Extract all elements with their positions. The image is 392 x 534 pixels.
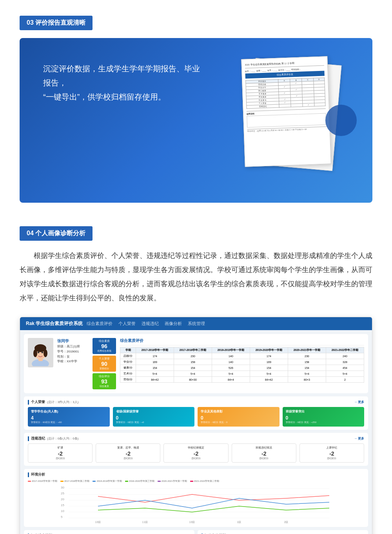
dashboard-nav: 综合素质评价 个人荣誉 违规违纪 画像分析 系统管理 [87, 321, 205, 327]
viol-item-1: 旷课 -2 违纪积分 [28, 443, 93, 463]
viol-count-2: -2 [99, 450, 157, 457]
ach-title-1: 管学学生会(共人数) [31, 409, 107, 414]
dashboard-header: Rak 学生综合素质评价系统 综合素质评价 个人荣誉 违规违纪 画像分析 系统管… [20, 317, 372, 330]
section-03: 03 评价报告直观清晰 沉淀评价数据，生成学生学年学期报告、毕业报告， “一键导… [0, 0, 392, 211]
section-04-paragraph: 根据学生综合素质评价、个人荣誉、违规违纪等过程性记录，通过数据采集、数据处理形成… [20, 249, 372, 305]
env-title-text: 环境分析 [31, 472, 45, 477]
student-gender: 性别：女 [57, 354, 89, 360]
viol-sub-1: 违纪积分 [31, 457, 89, 460]
score-card-2: 个人荣誉 90 荣誉积分 [93, 356, 116, 372]
legend-dot-1 [28, 481, 31, 482]
legend-item-6: 2021-2022学年第二学期 [190, 480, 220, 483]
legend-item-2: 2017-2018学年第二学期 [60, 480, 90, 483]
legend-label-6: 2021-2022学年第二学期 [194, 480, 220, 483]
legend-label-1: 2017-2018学年第一学期 [32, 480, 57, 483]
score-card-1: 综合素质 96 优秀综合表现 [93, 338, 116, 354]
ach-title-4: 班级荣誉突出 [286, 409, 361, 414]
violation-label: 违规违纪 (总计：0条/人均：0条) → 更多 [28, 436, 364, 441]
doc-footer: 综合评定：优秀 A ≥ 85 70 ≤ 良好 B < 85 60 < 合格 C … [247, 126, 327, 132]
svg-text:20: 20 [61, 498, 64, 501]
doc-front: XXX 学生综合素质发展报告的结构 第 1 / 2 学期 姓名：____ 班级：… [241, 56, 331, 167]
legend-label-5: 2020-2021学年第一学期 [162, 480, 187, 483]
achievement-label: 个人荣誉 (总计：3件/人均：3人) → 更多 [28, 400, 364, 405]
student-name: 张同学 [57, 338, 89, 344]
section-04: 04 个人画像诊断分析 根据学生综合素质评价、个人荣誉、违规违纪等过程性记录，通… [0, 211, 392, 534]
svg-text:30: 30 [61, 486, 64, 489]
section-03-text: 沉淀评价数据，生成学生学年学期报告、毕业报告， “一键导出”，供学校归档留存使用… [43, 58, 216, 104]
legend-dot-6 [190, 481, 193, 482]
ach-sub-1: 荣誉积分：60积分 奖惩：+60 [31, 421, 107, 424]
violation-more[interactable]: → 更多 [354, 436, 364, 441]
achievement-more[interactable]: → 更多 [354, 400, 364, 404]
doc-table: 评价项目 ABCD 思想品德✓ 学业水平✓ 身心健康✓ 艺术素养✓ 劳动素养✓ … [245, 78, 325, 109]
viol-sub-4: 违纪积分 [235, 457, 293, 460]
student-class: 班级：高三(1)班 [57, 344, 89, 349]
section-03-text-line2: “一键导出”，供学校归档留存使用。 [43, 90, 204, 104]
legend-dot-2 [60, 481, 64, 482]
score-card-3: 综合评分 93 综合素质 [93, 373, 116, 389]
achievement-cards: 管学学生会(共人数) 4 荣誉积分：60积分 奖惩：+60 省级/国家级荣誉 0… [28, 407, 364, 427]
nav-item-4[interactable]: 画像分析 [165, 321, 182, 327]
viol-count-1: -2 [31, 450, 89, 457]
nav-item-2[interactable]: 个人荣誉 [118, 321, 136, 327]
score-cards: 综合素质 96 优秀综合表现 个人荣誉 90 荣誉积分 综合评分 93 综合素质 [93, 338, 116, 389]
env-label: 环境分析 [28, 472, 364, 477]
ach-count-4: 0 [286, 415, 361, 421]
viol-name-1: 旷课 [31, 446, 89, 450]
viol-name-3: 学校纪律规定 [167, 446, 225, 450]
ach-card-1: 管学学生会(共人数) 4 荣誉积分：60积分 奖惩：+60 [28, 407, 110, 427]
viol-name-4: 班规违纪情况 [235, 446, 293, 450]
student-id: 学号：2019001 [57, 349, 89, 354]
comp-title: 综合素质评价 [120, 338, 364, 345]
legend-item-5: 2020-2021学年第一学期 [158, 480, 187, 483]
achievement-subtitle: (总计：3件/人均：3人) [47, 400, 78, 404]
section-03-text-line1: 沉淀评价数据，生成学生学年学期报告、毕业报告， [43, 62, 204, 90]
violation-subtitle: (总计：0条/人均：0条) [47, 436, 78, 441]
svg-text:2级: 2级 [284, 521, 289, 523]
viol-item-4: 班规违纪情况 -2 违纪积分 [232, 443, 296, 463]
viol-item-5: 上课学纪 -2 违纪积分 [299, 443, 364, 463]
legend-dot-3 [93, 481, 96, 482]
ach-card-3: 学业及其他表彰 0 荣誉积分：0积分 奖惩：0 [198, 407, 279, 427]
viol-name-2: 复课、迟早、晚退 [99, 446, 157, 450]
document-mockup: XXX 学生综合素质发展报告的结构 第 1 / 2 学期 姓名：____ 班级：… [216, 58, 349, 183]
svg-text:11级: 11级 [142, 521, 148, 523]
ach-count-1: 4 [31, 415, 107, 421]
model-box-1: 评价维度模型 [24, 530, 194, 534]
viol-count-3: -2 [167, 450, 225, 457]
svg-point-5 [44, 349, 47, 357]
comp-table: 学期 2017-2018学年一学期 2017-2018学年二学期 2018-20… [120, 347, 364, 383]
dashboard-body: 张同学 班级：高三(1)班 学号：2019001 性别：女 学校：XX中学 综合… [20, 330, 372, 534]
nav-item-1[interactable]: 综合素质评价 [87, 321, 113, 327]
viol-item-3: 学校纪律规定 -2 违纪积分 [163, 443, 228, 463]
svg-point-7 [42, 352, 44, 353]
viol-count-4: -2 [235, 450, 293, 457]
svg-point-4 [33, 349, 37, 357]
svg-point-6 [38, 352, 40, 353]
env-chart-svg: 30 25 20 15 10 5 10级 11级 10级 [28, 485, 364, 524]
env-section: 环境分析 2017-2018学年第一学期 2017-2018学年第二学期 201… [24, 469, 368, 527]
blue-circle-decoration [325, 105, 357, 136]
ach-count-3: 0 [201, 415, 276, 421]
nav-item-3[interactable]: 违规违纪 [142, 321, 159, 327]
nav-item-5[interactable]: 系统管理 [188, 321, 205, 327]
violation-section: 违规违纪 (总计：0条/人均：0条) → 更多 旷课 -2 违纪积分 复课、迟早… [24, 433, 368, 466]
ach-sub-4: 荣誉积分：0积分 奖惩：+250 [286, 421, 361, 424]
viol-sub-2: 违纪积分 [99, 457, 157, 460]
svg-text:1级: 1级 [237, 521, 241, 523]
env-legend: 2017-2018学年第一学期 2017-2018学年第二学期 2018-201… [28, 480, 364, 483]
svg-text:25: 25 [61, 492, 64, 495]
achievement-section: 个人荣誉 (总计：3件/人均：3人) → 更多 管学学生会(共人数) 4 荣誉积… [24, 396, 368, 430]
legend-item-3: 2018-2019学年第一学期 [93, 480, 122, 483]
section-03-title: 03 评价报告直观清晰 [20, 16, 93, 30]
student-school: 学校：XX中学 [57, 359, 89, 364]
achievement-title-text: 个人荣誉 [31, 400, 45, 405]
avatar [28, 338, 53, 367]
legend-item-4: 2019-2020学年第三学期 [125, 480, 154, 483]
viol-sub-5: 违纪积分 [303, 457, 361, 460]
legend-label-4: 2019-2020学年第三学期 [129, 480, 154, 483]
viol-item-2: 复课、迟早、晚退 -2 违纪积分 [96, 443, 160, 463]
legend-dot-5 [158, 481, 161, 482]
comprehensive-section: 综合素质评价 学期 2017-2018学年一学期 2017-2018学年二学期 … [120, 338, 364, 389]
viol-sub-3: 违纪积分 [167, 457, 225, 460]
